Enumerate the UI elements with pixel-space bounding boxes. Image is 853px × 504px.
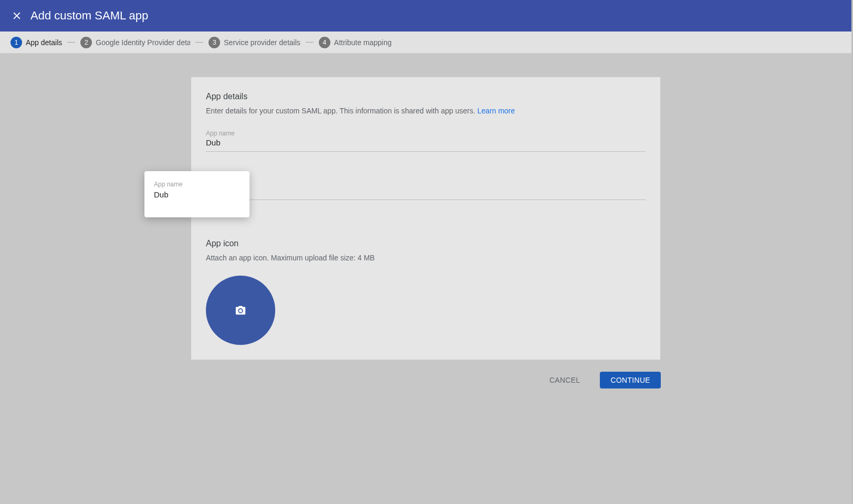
step-number: 1 [11, 37, 22, 48]
page-body: App details Enter details for your custo… [0, 54, 851, 504]
step-label: Google Identity Provider details [96, 38, 190, 47]
continue-button[interactable]: CONTINUE [600, 372, 661, 388]
step-connector [67, 42, 75, 43]
step-number: 2 [80, 37, 92, 48]
app-name-label: App name [206, 130, 235, 137]
section-title-app-icon: App icon [206, 239, 646, 248]
step-number: 4 [319, 37, 330, 48]
cancel-button[interactable]: CANCEL [539, 372, 591, 388]
dialog-header: Add custom SAML app [0, 0, 851, 32]
description-field[interactable]: Description [206, 177, 646, 200]
step-idp-details[interactable]: 2 Google Identity Provider details [80, 37, 190, 48]
stepper: 1 App details 2 Google Identity Provider… [0, 32, 851, 54]
step-label: App details [26, 38, 62, 47]
step-app-details[interactable]: 1 App details [11, 37, 62, 48]
description-placeholder: Description [206, 186, 646, 195]
section-title-app-details: App details [206, 92, 646, 101]
close-icon [11, 10, 23, 22]
camera-icon [235, 304, 246, 316]
app-name-autocomplete-popup[interactable]: App name Dub [144, 171, 249, 217]
step-label: Service provider details [224, 38, 300, 47]
step-connector [306, 42, 314, 43]
footer-buttons: CANCEL CONTINUE [191, 372, 661, 388]
icon-upload-button[interactable] [206, 276, 275, 345]
learn-more-link[interactable]: Learn more [477, 107, 515, 115]
app-details-card: App details Enter details for your custo… [191, 77, 661, 360]
section-desc-app-icon: Attach an app icon. Maximum upload file … [206, 254, 646, 262]
step-number: 3 [209, 37, 220, 48]
popup-app-name-value: Dub [154, 190, 240, 199]
app-name-value: Dub [206, 138, 646, 147]
section-desc-app-details: Enter details for your custom SAML app. … [206, 107, 646, 115]
step-label: Attribute mapping [334, 38, 392, 47]
dialog-title: Add custom SAML app [30, 9, 148, 23]
svg-point-0 [239, 309, 242, 312]
step-sp-details[interactable]: 3 Service provider details [209, 37, 300, 48]
close-button[interactable] [6, 5, 27, 26]
step-attribute-mapping[interactable]: 4 Attribute mapping [319, 37, 392, 48]
popup-app-name-label: App name [154, 181, 240, 188]
app-name-field-background[interactable]: App name Dub [206, 129, 646, 152]
step-connector [195, 42, 203, 43]
